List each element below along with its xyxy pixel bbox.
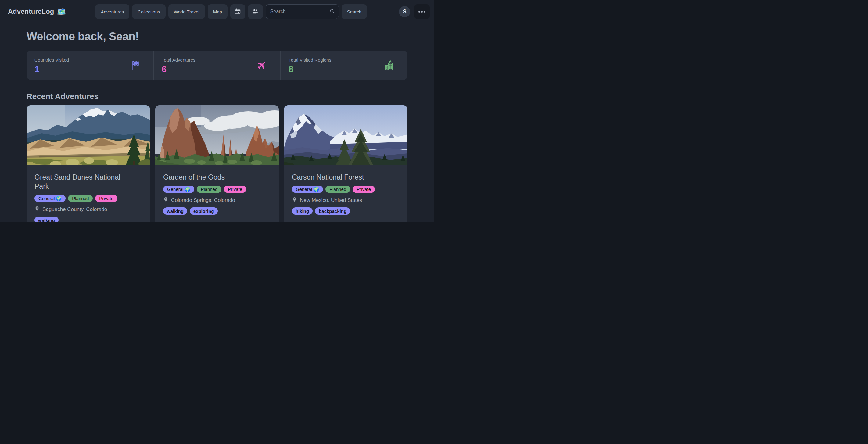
shared-users-button[interactable] [248, 4, 263, 19]
nav-map-button[interactable]: Map [208, 4, 227, 19]
adventure-title[interactable]: Great Sand Dunes National Park [34, 172, 135, 191]
activity-tag: walking [163, 208, 187, 215]
stat-label: Total Adventures [162, 57, 195, 63]
status-badge: Planned [68, 195, 93, 202]
badge-row: General 🌍 Planned Private [292, 186, 400, 193]
adventure-cards: Great Sand Dunes National Park General 🌍… [27, 105, 407, 222]
visibility-badge: Private [224, 186, 246, 193]
adventure-title[interactable]: Garden of the Gods [163, 172, 264, 182]
tag-row: walking [34, 217, 142, 222]
city-icon [384, 60, 394, 71]
category-badge: General 🌍 [292, 186, 323, 193]
visibility-badge: Private [352, 186, 375, 193]
map-pin-icon [34, 205, 40, 213]
search-field [266, 4, 339, 19]
stat-total-visited-regions: Total Visited Regions 8 [280, 51, 407, 80]
stats-panel: Countries Visited 1 Total Adventures 6 [27, 51, 407, 80]
visibility-badge: Private [95, 195, 117, 202]
activity-tag: exploring [190, 208, 218, 215]
adventure-card-carson-national-forest[interactable]: Carson National Forest General 🌍 Planned… [284, 105, 407, 222]
recent-adventures-heading: Recent Adventures [27, 92, 407, 101]
category-badge: General 🌍 [163, 186, 194, 193]
activity-tag: walking [34, 217, 59, 222]
dashboard: Welcome back, Sean! Countries Visited 1 [0, 30, 434, 222]
flag-icon [131, 60, 140, 70]
stat-value: 8 [288, 65, 331, 74]
calendar-icon [234, 8, 241, 15]
adventure-card-great-sand-dunes[interactable]: Great Sand Dunes National Park General 🌍… [27, 105, 150, 222]
location-row: Colorado Springs, Colorado [163, 196, 271, 204]
more-menu-button[interactable] [414, 4, 430, 19]
nav-adventures-button[interactable]: Adventures [95, 4, 129, 19]
stat-label: Total Visited Regions [288, 57, 331, 63]
map-pin-icon [292, 196, 297, 204]
tag-row: walking exploring [163, 208, 271, 215]
calendar-button[interactable] [230, 4, 245, 19]
adventure-title[interactable]: Carson National Forest [292, 172, 393, 182]
ellipsis-icon [418, 11, 426, 12]
status-badge: Planned [326, 186, 350, 193]
nav-collections-button[interactable]: Collections [132, 4, 165, 19]
welcome-heading: Welcome back, Sean! [27, 30, 407, 43]
stat-value: 1 [34, 65, 69, 74]
app-window: AdventureLog 🗺️ Adventures Collections W… [0, 0, 434, 222]
app-title: AdventureLog [8, 8, 54, 15]
navbar: AdventureLog 🗺️ Adventures Collections W… [0, 0, 434, 23]
navbar-right: S [399, 4, 430, 19]
adventure-card-garden-of-the-gods[interactable]: Garden of the Gods General 🌍 Planned Pri… [155, 105, 279, 222]
adventure-photo-garden-of-the-gods [155, 105, 279, 165]
tag-row: hiking backpacking [292, 208, 400, 215]
activity-tag: backpacking [315, 208, 350, 215]
badge-row: General 🌍 Planned Private [163, 186, 271, 193]
avatar[interactable]: S [399, 6, 410, 18]
stat-label: Countries Visited [34, 57, 69, 63]
location-text: Saguache County, Colorado [42, 207, 107, 213]
location-text: New Mexico, United States [300, 197, 362, 203]
nav-world-travel-button[interactable]: World Travel [168, 4, 205, 19]
location-row: New Mexico, United States [292, 196, 400, 204]
map-logo-icon: 🗺️ [57, 8, 66, 15]
status-badge: Planned [197, 186, 221, 193]
category-badge: General 🌍 [34, 195, 66, 202]
users-icon [252, 8, 259, 15]
badge-row: General 🌍 Planned Private [34, 195, 142, 202]
search-button[interactable]: Search [342, 4, 367, 19]
adventure-photo-sand-dunes [27, 105, 150, 165]
stat-total-adventures: Total Adventures 6 [153, 51, 281, 80]
location-text: Colorado Springs, Colorado [171, 197, 235, 203]
map-pin-icon [163, 196, 168, 204]
airplane-icon [256, 60, 267, 70]
search-icon [330, 8, 335, 15]
app-logo[interactable]: AdventureLog 🗺️ [8, 8, 66, 15]
activity-tag: hiking [292, 208, 313, 215]
stat-value: 6 [162, 65, 195, 74]
stat-countries-visited: Countries Visited 1 [27, 51, 153, 80]
search-input[interactable] [270, 9, 330, 14]
adventure-photo-carson-forest [284, 105, 407, 165]
location-row: Saguache County, Colorado [34, 205, 142, 213]
nav-links: Adventures Collections World Travel Map [95, 4, 262, 19]
